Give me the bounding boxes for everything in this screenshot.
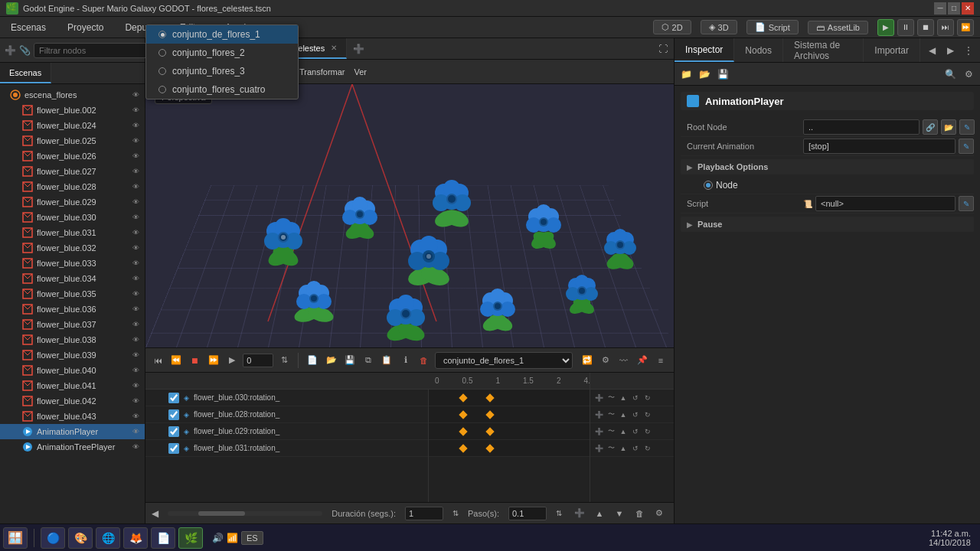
expand-view-btn[interactable]: ⛶ xyxy=(652,41,674,57)
tree-eye-23[interactable]: 👁 xyxy=(129,441,142,453)
scroll-left-btn[interactable]: ◀ xyxy=(152,508,158,519)
anim-loop-btn[interactable]: 🔁 xyxy=(579,352,596,369)
step-arrows[interactable]: ⇅ xyxy=(556,509,562,517)
tree-item-10[interactable]: flower_blue.032👁 xyxy=(0,240,145,256)
footer-settings-btn[interactable]: ⚙ xyxy=(651,505,668,522)
anim-play-btn[interactable]: ▶ xyxy=(224,352,240,369)
nav-back-btn[interactable]: ◀ xyxy=(923,42,940,59)
play-custom-btn[interactable]: ⏩ xyxy=(957,19,974,36)
root-node-clear-btn[interactable]: ✎ xyxy=(959,119,975,135)
taskbar-firefox[interactable]: 🦊 xyxy=(123,527,148,549)
tree-eye-10[interactable]: 👁 xyxy=(129,242,142,254)
key-up-2[interactable]: ▲ xyxy=(618,409,629,420)
key-loop-2[interactable]: ↺ xyxy=(630,409,641,420)
footer-del-btn[interactable]: 🗑 xyxy=(631,505,648,522)
tree-eye-7[interactable]: 👁 xyxy=(129,196,142,208)
anim-time-input[interactable] xyxy=(243,354,273,367)
anim-info-btn[interactable]: ℹ xyxy=(398,352,413,369)
mode-2d[interactable]: ⬡ 2D xyxy=(653,20,691,34)
tree-eye-21[interactable]: 👁 xyxy=(129,410,142,422)
mode-assetlib[interactable]: 🗃 AssetLib xyxy=(808,21,868,34)
key-curve-4[interactable]: 〜 xyxy=(606,443,616,454)
tab-importar[interactable]: Importar xyxy=(864,38,920,62)
insp-history-btn[interactable]: 📁 xyxy=(678,66,694,83)
nav-fwd-btn[interactable]: ▶ xyxy=(942,42,959,59)
tree-eye-16[interactable]: 👁 xyxy=(129,334,142,346)
panel-more-btn[interactable]: ⋮ xyxy=(960,42,977,59)
current-anim-select[interactable]: [stop] xyxy=(803,139,956,154)
key-up-3[interactable]: ▲ xyxy=(618,426,629,437)
tree-item-11[interactable]: flower_blue.033👁 xyxy=(0,256,145,271)
maximize-btn[interactable]: □ xyxy=(948,2,960,15)
tree-eye-2[interactable]: 👁 xyxy=(129,119,142,132)
tab-nodos[interactable]: Nodos xyxy=(734,38,783,62)
key-del-3[interactable]: ↻ xyxy=(642,426,653,437)
tree-item-21[interactable]: flower_blue.043👁 xyxy=(0,409,145,424)
anim-onion-btn[interactable]: ≡ xyxy=(652,352,669,369)
key-add-2[interactable]: ➕ xyxy=(593,409,604,420)
current-anim-edit-btn[interactable]: ✎ xyxy=(959,139,974,154)
timeline-scrollbar[interactable] xyxy=(168,511,322,516)
taskbar-godot[interactable]: 🌿 xyxy=(178,527,203,549)
anim-copy-btn[interactable]: ⧉ xyxy=(361,352,376,369)
tree-item-4[interactable]: flower_blue.026👁 xyxy=(0,148,145,164)
tree-item-14[interactable]: flower_blue.036👁 xyxy=(0,302,145,317)
tree-eye-8[interactable]: 👁 xyxy=(129,211,142,223)
root-node-browse-btn[interactable]: 📂 xyxy=(941,119,956,135)
root-node-link-btn[interactable]: 🔗 xyxy=(923,119,938,135)
tree-eye-15[interactable]: 👁 xyxy=(129,318,142,331)
key-add-1[interactable]: ➕ xyxy=(593,393,604,403)
stop-btn[interactable]: ⏹ xyxy=(917,19,934,36)
track-check-1[interactable] xyxy=(168,393,179,403)
mode-3d[interactable]: ◈ 3D xyxy=(701,20,737,34)
add-node-btn[interactable]: ➕ xyxy=(5,42,16,59)
tree-eye-22[interactable]: 👁 xyxy=(129,425,142,438)
key-del-4[interactable]: ↻ xyxy=(642,443,653,454)
lang-btn[interactable]: ES xyxy=(241,531,263,545)
tree-eye-6[interactable]: 👁 xyxy=(129,181,142,193)
tree-eye-1[interactable]: 👁 xyxy=(129,104,142,116)
key-loop-4[interactable]: ↺ xyxy=(630,443,641,454)
anim-delete-btn[interactable]: 🗑 xyxy=(416,352,432,369)
tree-item-12[interactable]: flower_blue.034👁 xyxy=(0,271,145,286)
duration-arrows[interactable]: ⇅ xyxy=(452,509,459,517)
track-check-4[interactable] xyxy=(168,443,179,454)
mode-script[interactable]: 📄 Script xyxy=(746,20,799,34)
anim-easing-btn[interactable]: 〰 xyxy=(616,352,632,369)
tree-item-18[interactable]: flower_blue.040👁 xyxy=(0,363,145,378)
tree-item-9[interactable]: flower_blue.031👁 xyxy=(0,225,145,240)
close-btn[interactable]: ✕ xyxy=(962,2,974,15)
anim-next-btn[interactable]: ⏩ xyxy=(206,352,221,369)
anim-prev-btn[interactable]: ⏪ xyxy=(168,352,184,369)
anim-to-start-btn[interactable]: ⏮ xyxy=(150,352,165,369)
key-up-1[interactable]: ▲ xyxy=(618,393,629,403)
tree-eye-18[interactable]: 👁 xyxy=(129,364,142,377)
tree-item-2[interactable]: flower_blue.024👁 xyxy=(0,118,145,133)
tree-item-3[interactable]: flower_blue.025👁 xyxy=(0,133,145,148)
duration-input[interactable] xyxy=(405,507,443,520)
play-btn[interactable]: ▶ xyxy=(877,19,894,36)
key-curve-2[interactable]: 〜 xyxy=(606,409,616,420)
anim-time-arrows[interactable]: ⇅ xyxy=(276,352,292,369)
tree-eye-20[interactable]: 👁 xyxy=(129,395,142,407)
script-edit-btn[interactable]: ✎ xyxy=(959,196,974,211)
track-check-3[interactable] xyxy=(168,426,179,437)
add-tab-btn[interactable]: ➕ xyxy=(347,41,371,57)
key-loop-1[interactable]: ↺ xyxy=(630,393,641,403)
taskbar-pdf[interactable]: 📄 xyxy=(151,527,175,549)
footer-add-btn[interactable]: ➕ xyxy=(571,505,588,522)
playback-options-group[interactable]: ▶ Playback Options xyxy=(681,159,974,174)
tab-inspector[interactable]: Inspector xyxy=(675,38,734,62)
tree-item-7[interactable]: flower_blue.029👁 xyxy=(0,194,145,210)
tab-archivos[interactable]: Sistema de Archivos xyxy=(783,38,864,62)
key-up-4[interactable]: ▲ xyxy=(618,443,629,454)
tab-escenas[interactable]: Escenas xyxy=(0,63,51,83)
tree-eye-12[interactable]: 👁 xyxy=(129,272,142,285)
tree-item-1[interactable]: flower_blue.002👁 xyxy=(0,103,145,118)
close-tab-icon[interactable]: ✕ xyxy=(331,44,337,52)
anim-open-btn[interactable]: 📂 xyxy=(324,352,339,369)
insp-search-btn[interactable]: 🔍 xyxy=(942,66,959,83)
play-scene-btn[interactable]: ⏭ xyxy=(937,19,954,36)
tree-eye-17[interactable]: 👁 xyxy=(129,349,142,361)
script-select[interactable]: <null> xyxy=(815,196,956,211)
